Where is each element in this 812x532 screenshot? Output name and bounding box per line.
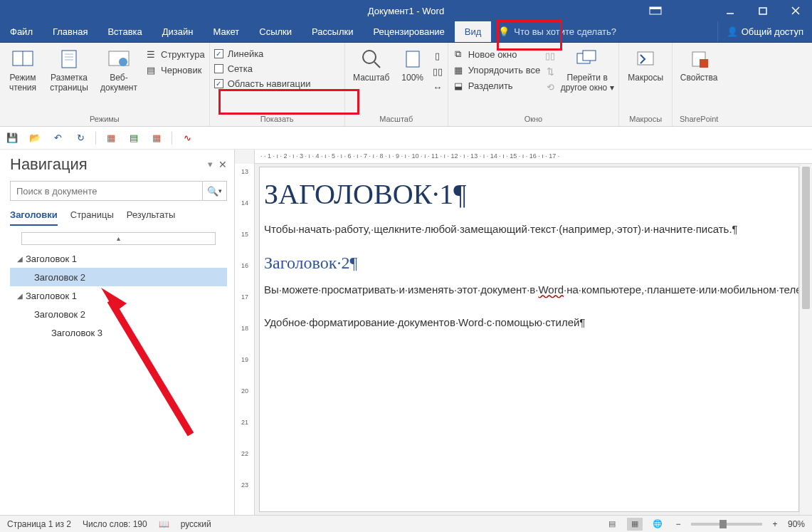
document-page[interactable]: ЗАГОЛОВОК·1¶ Чтобы·начать·работу,·щелкни… [259, 167, 799, 512]
share-button[interactable]: 👤Общий доступ [717, 21, 812, 42]
title-bar: Документ1 - Word [0, 0, 812, 21]
tab-design[interactable]: Дизайн [152, 21, 204, 42]
scrollbar-thumb[interactable] [802, 167, 810, 309]
nav-jump-handle[interactable]: ▴ [21, 232, 216, 245]
tell-me[interactable]: 💡Что вы хотите сделать? [491, 21, 623, 42]
qat-btn-1[interactable]: ▦ [103, 130, 119, 146]
paragraph[interactable]: Чтобы·начать·работу,·щелкните·любой·заме… [264, 221, 794, 238]
tab-file[interactable]: Файл [0, 21, 43, 42]
zoom-in-button[interactable]: + [769, 519, 781, 529]
quick-access-toolbar: 💾 📂 ↶ ↻ ▦ ▤ ▦ ∿ [0, 127, 812, 150]
close-icon[interactable]: ✕ [218, 159, 227, 170]
heading-1[interactable]: ЗАГОЛОВОК·1¶ [264, 177, 794, 211]
multi-page-button[interactable]: ▯▯ [432, 66, 443, 77]
horizontal-ruler[interactable]: · · 1 · ı · 2 · ı · 3 · ı · 4 · ı · 5 · … [255, 150, 812, 164]
search-input[interactable] [11, 182, 202, 200]
vertical-ruler[interactable]: 1314151617181920212223 [235, 164, 255, 515]
arrange-all-button[interactable]: ▦Упорядочить все [453, 64, 540, 75]
zoom-level[interactable]: 90% [788, 519, 805, 529]
tab-view[interactable]: Вид [455, 21, 492, 42]
view-web-button[interactable]: 🌐 [650, 518, 665, 531]
draft-button[interactable]: ▤Черновик [145, 64, 205, 75]
tab-layout[interactable]: Макет [203, 21, 249, 42]
search-button[interactable]: 🔍▾ [202, 182, 226, 200]
bulb-icon: 💡 [498, 26, 510, 37]
tab-insert[interactable]: Вставка [97, 21, 152, 42]
close-button[interactable] [779, 0, 812, 21]
vertical-scrollbar[interactable] [799, 164, 812, 515]
one-page-button[interactable]: ▯ [432, 50, 443, 61]
nav-tab-headings[interactable]: Заголовки [10, 209, 58, 226]
new-window-button[interactable]: ⧉Новое окно [453, 48, 540, 60]
status-bar: Страница 1 из 2 Число слов: 190 📖 русски… [0, 515, 812, 532]
tab-review[interactable]: Рецензирование [363, 21, 454, 42]
svg-rect-19 [638, 52, 653, 65]
tree-node-h2[interactable]: Заголовок 2 [10, 305, 227, 323]
view-read-button[interactable]: ▤ [604, 518, 620, 531]
split-icon: ⬓ [453, 80, 464, 91]
main: Навигация ▾✕ 🔍▾ Заголовки Страницы Резул… [0, 150, 812, 515]
read-mode-button[interactable]: Режим чтения [4, 46, 41, 93]
tree-node-h1[interactable]: ◢Заголовок 1 [10, 249, 227, 268]
switch-windows-button[interactable]: Перейти в другое окно ▾ [560, 46, 614, 93]
reset-pos-icon: ⟲ [544, 81, 556, 93]
zoom-out-button[interactable]: − [673, 519, 684, 529]
tree-node-h1[interactable]: ◢Заголовок 1 [10, 286, 227, 305]
word-count[interactable]: Число слов: 190 [83, 519, 147, 529]
nav-tab-pages[interactable]: Страницы [70, 209, 114, 226]
tree-node-h2[interactable]: Заголовок 2 [10, 268, 227, 286]
language-indicator[interactable]: русский [181, 519, 211, 529]
tree-node-h3[interactable]: Заголовок 3 [10, 323, 227, 342]
nav-tree: ◢Заголовок 1 Заголовок 2 ◢Заголовок 1 За… [10, 249, 227, 342]
qat-btn-2[interactable]: ▤ [126, 130, 142, 146]
print-layout-button[interactable]: Разметка страницы [46, 46, 93, 93]
web-layout-button[interactable]: Веб-документ [97, 46, 141, 93]
gridlines-checkbox[interactable]: Сетка [214, 63, 311, 74]
ruler-checkbox[interactable]: ✓Линейка [214, 48, 311, 59]
nav-pane-checkbox[interactable]: ✓Область навигации [214, 78, 311, 89]
redo-button[interactable]: ↻ [73, 130, 88, 146]
paragraph[interactable]: Вы·можете·просматривать·и·изменять·этот·… [264, 281, 794, 298]
outline-button[interactable]: ☰Структура [145, 48, 205, 60]
zoom-slider[interactable] [691, 523, 762, 526]
properties-button[interactable]: Свойства [677, 46, 721, 83]
caret-down-icon: ◢ [17, 255, 26, 263]
save-button[interactable]: 💾 [4, 130, 20, 146]
group-zoom: Масштаб 100% ▯ ▯▯ ↔ Масштаб [345, 43, 448, 126]
open-button[interactable]: 📂 [27, 130, 43, 146]
tab-mailings[interactable]: Рассылки [302, 21, 363, 42]
paragraph[interactable]: Удобное·форматирование·документов·Word·с… [264, 314, 794, 331]
page-width-button[interactable]: ↔ [432, 81, 443, 93]
proofing-icon[interactable]: 📖 [159, 519, 169, 529]
qat-btn-4[interactable]: ∿ [179, 130, 195, 146]
zoom-button[interactable]: Масштаб [349, 46, 394, 83]
nav-tab-results[interactable]: Результаты [127, 209, 175, 226]
svg-point-14 [363, 51, 376, 63]
tab-references[interactable]: Ссылки [249, 21, 302, 42]
svg-rect-21 [700, 59, 708, 68]
nav-search[interactable]: 🔍▾ [10, 181, 227, 201]
sync-scroll-button: ⇅ [544, 66, 556, 77]
modes-extra: ☰Структура ▤Черновик [145, 46, 205, 75]
navigation-pane: Навигация ▾✕ 🔍▾ Заголовки Страницы Резул… [0, 150, 235, 515]
group-sharepoint: Свойства SharePoint [673, 43, 725, 126]
tab-home[interactable]: Главная [43, 21, 97, 42]
macros-button[interactable]: Макросы [623, 46, 668, 83]
new-window-icon: ⧉ [453, 48, 464, 60]
slider-handle[interactable] [719, 520, 727, 528]
minimize-button[interactable] [714, 0, 747, 21]
svg-rect-18 [583, 51, 596, 61]
maximize-button[interactable] [747, 0, 779, 21]
reset-position-button: ⟲ [544, 81, 556, 93]
qat-btn-3[interactable]: ▦ [149, 130, 164, 146]
heading-2[interactable]: Заголовок·2¶ [264, 254, 794, 273]
split-button[interactable]: ⬓Разделить [453, 80, 540, 91]
nav-options[interactable]: ▾✕ [208, 159, 227, 170]
undo-button[interactable]: ↶ [50, 130, 65, 146]
svg-rect-8 [62, 51, 76, 68]
ribbon-options-icon[interactable] [641, 0, 670, 21]
page-indicator[interactable]: Страница 1 из 2 [7, 519, 71, 529]
view-print-button[interactable]: ▦ [627, 518, 643, 531]
caret-down-icon: ◢ [17, 292, 26, 300]
zoom-100-button[interactable]: 100% [398, 46, 428, 83]
